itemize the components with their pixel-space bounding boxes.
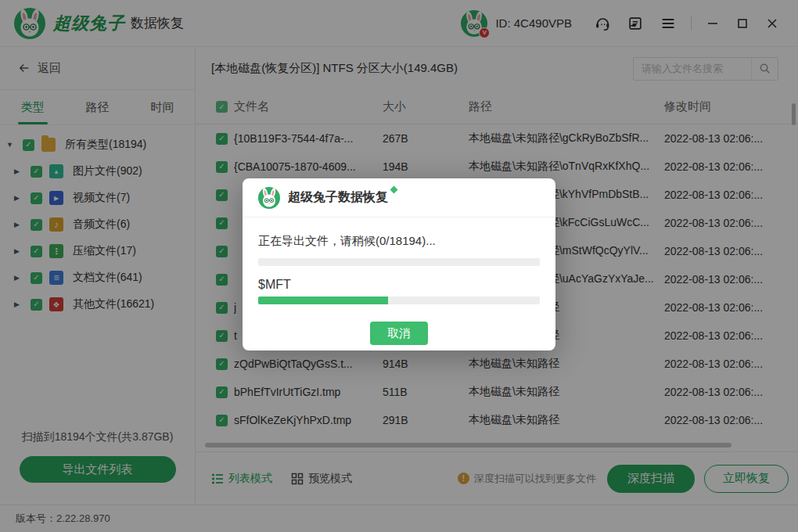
file-progress-bar: [258, 297, 540, 304]
sparkle-icon: [390, 186, 398, 194]
app-window: 超级兔子 数据恢复 V ID: 4C490VPB: [0, 0, 798, 532]
dialog-header: 超级兔子数据恢复: [243, 178, 555, 217]
cancel-button[interactable]: 取消: [370, 322, 428, 345]
export-status-message: 正在导出文件，请稍候(0/18194)...: [258, 234, 540, 249]
file-progress-fill: [258, 297, 388, 304]
dialog-title: 超级兔子数据恢复: [288, 189, 388, 206]
current-file-name: $MFT: [258, 278, 540, 292]
dialog-body: 正在导出文件，请稍候(0/18194)... $MFT 取消: [243, 234, 555, 345]
overall-progress-bar: [258, 258, 540, 266]
export-progress-dialog: 超级兔子数据恢复 正在导出文件，请稍候(0/18194)... $MFT 取消: [243, 178, 555, 350]
dialog-logo-icon: [258, 187, 280, 209]
